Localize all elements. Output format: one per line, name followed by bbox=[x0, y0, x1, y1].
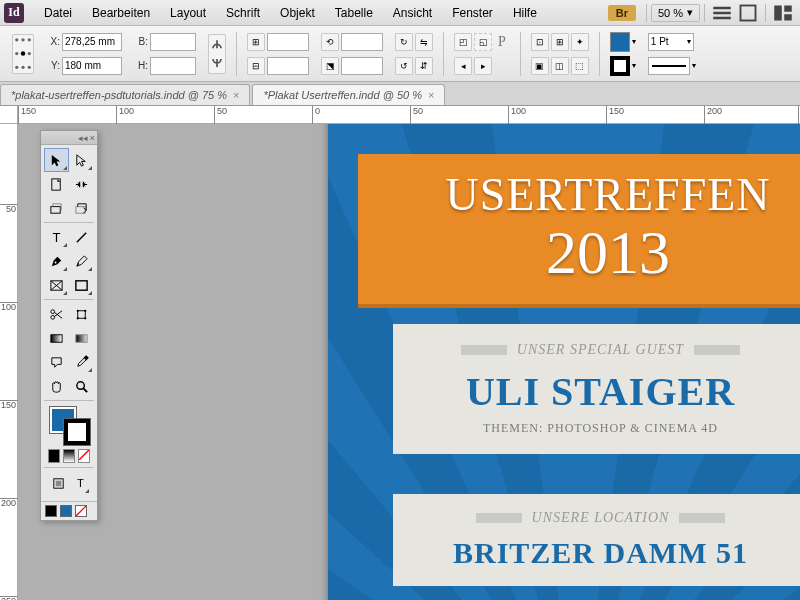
view-options-icon[interactable] bbox=[711, 3, 733, 23]
direct-selection-tool[interactable] bbox=[69, 148, 94, 172]
scale-x-icon[interactable]: ⊞ bbox=[247, 33, 265, 51]
content-collector-tool[interactable] bbox=[44, 196, 69, 220]
menu-help[interactable]: Hilfe bbox=[503, 2, 547, 24]
rotate-90-cw-icon[interactable]: ↻ bbox=[395, 33, 413, 51]
canvas[interactable]: USERTREFFEN 2013 UNSER SPECIAL GUEST ULI… bbox=[18, 124, 800, 600]
menu-type[interactable]: Schrift bbox=[216, 2, 270, 24]
type-tool[interactable]: T bbox=[44, 225, 69, 249]
select-next-icon[interactable]: ▸ bbox=[474, 57, 492, 75]
fill-swatch[interactable] bbox=[610, 32, 630, 52]
shear-field[interactable] bbox=[341, 57, 383, 75]
free-transform-tool[interactable] bbox=[69, 302, 94, 326]
tab-document-2[interactable]: *Plakat Usertreffen.indd @ 50 %× bbox=[252, 84, 445, 105]
zoom-level-dropdown[interactable]: 50 %▾ bbox=[651, 4, 700, 22]
normal-view-mode[interactable] bbox=[47, 471, 69, 495]
paragraph-icon[interactable]: P bbox=[498, 34, 506, 50]
arrange-documents-icon[interactable] bbox=[772, 3, 794, 23]
reference-point-icon[interactable] bbox=[12, 34, 34, 74]
menu-table[interactable]: Tabelle bbox=[325, 2, 383, 24]
scissors-tool[interactable] bbox=[44, 302, 69, 326]
rectangle-frame-tool[interactable] bbox=[44, 273, 69, 297]
tab-document-1[interactable]: *plakat-usertreffen-psdtutorials.indd @ … bbox=[0, 84, 250, 105]
close-icon[interactable]: × bbox=[428, 89, 434, 101]
shear-icon[interactable]: ⬔ bbox=[321, 57, 339, 75]
vertical-ruler[interactable]: 50 100 150 200 250 bbox=[0, 124, 18, 600]
apply-color-icon[interactable] bbox=[48, 449, 60, 463]
line-tool[interactable] bbox=[69, 225, 94, 249]
swatch-black[interactable] bbox=[45, 505, 57, 517]
constrain-proportions-icon[interactable] bbox=[208, 34, 226, 74]
close-icon[interactable]: × bbox=[233, 89, 239, 101]
gap-tool[interactable] bbox=[69, 172, 94, 196]
center-content-icon[interactable]: ✦ bbox=[571, 33, 589, 51]
svg-text:T: T bbox=[77, 477, 84, 489]
scale-y-field[interactable] bbox=[267, 57, 309, 75]
swatch-blue[interactable] bbox=[60, 505, 72, 517]
preview-view-mode[interactable]: T bbox=[69, 471, 91, 495]
zoom-tool[interactable] bbox=[69, 374, 94, 398]
auto-fit-icon[interactable]: ⬚ bbox=[571, 57, 589, 75]
selection-tool[interactable] bbox=[44, 148, 69, 172]
ruler-tick: 150 bbox=[0, 400, 18, 410]
x-field[interactable] bbox=[62, 33, 122, 51]
menu-layout[interactable]: Layout bbox=[160, 2, 216, 24]
select-content-icon[interactable]: ◱ bbox=[474, 33, 492, 51]
menu-object[interactable]: Objekt bbox=[270, 2, 325, 24]
stroke-style-dropdown[interactable] bbox=[648, 57, 690, 75]
screen-mode-icon[interactable] bbox=[737, 3, 759, 23]
color-proxy[interactable] bbox=[44, 403, 94, 447]
note-tool[interactable] bbox=[44, 350, 69, 374]
pen-tool[interactable] bbox=[44, 249, 69, 273]
swatch-none[interactable] bbox=[75, 505, 87, 517]
fit-content-icon[interactable]: ⊡ bbox=[531, 33, 549, 51]
width-field[interactable] bbox=[150, 33, 196, 51]
y-field[interactable] bbox=[62, 57, 122, 75]
svg-point-10 bbox=[15, 52, 18, 55]
hand-tool[interactable] bbox=[44, 374, 69, 398]
apply-gradient-icon[interactable] bbox=[63, 449, 75, 463]
menu-window[interactable]: Fenster bbox=[442, 2, 503, 24]
rectangle-tool[interactable] bbox=[69, 273, 94, 297]
ruler-origin[interactable] bbox=[0, 106, 18, 124]
select-container-icon[interactable]: ◰ bbox=[454, 33, 472, 51]
gradient-swatch-tool[interactable] bbox=[44, 326, 69, 350]
panel-header[interactable]: ◂◂× bbox=[41, 131, 97, 145]
menu-edit[interactable]: Bearbeiten bbox=[82, 2, 160, 24]
rotate-icon[interactable]: ⟲ bbox=[321, 33, 339, 51]
close-icon[interactable]: × bbox=[90, 133, 95, 143]
bridge-button[interactable]: Br bbox=[608, 5, 636, 21]
stroke-color-proxy[interactable] bbox=[64, 419, 90, 445]
poster-guest-card[interactable]: UNSER SPECIAL GUEST ULI STAIGER THEMEN: … bbox=[393, 324, 800, 454]
fill-frame-icon[interactable]: ▣ bbox=[531, 57, 549, 75]
menu-file[interactable]: Datei bbox=[34, 2, 82, 24]
svg-point-33 bbox=[77, 317, 79, 319]
stroke-swatch[interactable] bbox=[610, 56, 630, 76]
fit-proportional-icon[interactable]: ◫ bbox=[551, 57, 569, 75]
flip-horizontal-icon[interactable]: ⇋ bbox=[415, 33, 433, 51]
poster-banner[interactable]: USERTREFFEN 2013 bbox=[358, 154, 800, 304]
stroke-weight-field[interactable]: 1 Pt▾ bbox=[648, 33, 694, 51]
poster-location-card[interactable]: UNSERE LOCATION BRITZER DAMM 51 bbox=[393, 494, 800, 586]
eyedropper-tool[interactable] bbox=[69, 350, 94, 374]
fit-frame-icon[interactable]: ⊞ bbox=[551, 33, 569, 51]
scale-x-field[interactable] bbox=[267, 33, 309, 51]
chevron-down-icon[interactable]: ▾ bbox=[692, 61, 696, 70]
flip-vertical-icon[interactable]: ⇵ bbox=[415, 57, 433, 75]
scale-y-icon[interactable]: ⊟ bbox=[247, 57, 265, 75]
rotate-field[interactable] bbox=[341, 33, 383, 51]
page-tool[interactable] bbox=[44, 172, 69, 196]
horizontal-ruler[interactable]: 150 100 50 0 50 100 150 200 250 bbox=[18, 106, 800, 124]
pencil-tool[interactable] bbox=[69, 249, 94, 273]
content-placer-tool[interactable] bbox=[69, 196, 94, 220]
menu-view[interactable]: Ansicht bbox=[383, 2, 442, 24]
chevron-down-icon[interactable]: ▾ bbox=[632, 37, 636, 46]
chevron-down-icon[interactable]: ▾ bbox=[632, 61, 636, 70]
rotate-90-ccw-icon[interactable]: ↺ bbox=[395, 57, 413, 75]
apply-none-icon[interactable] bbox=[78, 449, 90, 463]
document-page[interactable]: USERTREFFEN 2013 UNSER SPECIAL GUEST ULI… bbox=[328, 124, 800, 600]
collapse-icon[interactable]: ◂◂ bbox=[78, 133, 88, 143]
poster-title: USERTREFFEN bbox=[358, 154, 800, 221]
gradient-feather-tool[interactable] bbox=[69, 326, 94, 350]
select-prev-icon[interactable]: ◂ bbox=[454, 57, 472, 75]
height-field[interactable] bbox=[150, 57, 196, 75]
